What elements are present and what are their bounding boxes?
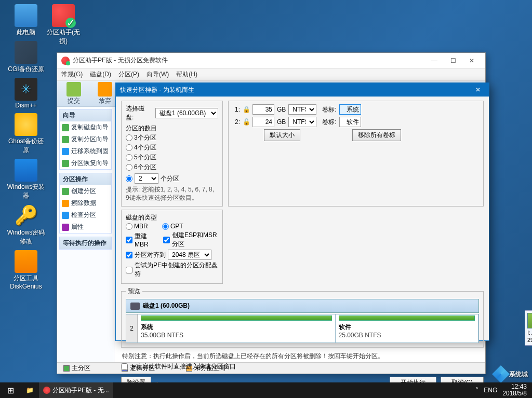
- recover-icon: [62, 160, 69, 167]
- radio-4-partitions[interactable]: 4个分区: [126, 143, 172, 153]
- check-rebuild-mbr[interactable]: 重建MBR: [126, 230, 155, 249]
- desktop-icon-cgi[interactable]: CGI备份还原: [6, 41, 46, 74]
- wizard-migrate-os[interactable]: 迁移系统到固: [60, 145, 111, 157]
- watermark: 系统城: [495, 368, 528, 380]
- legend-main-label: 主分区: [72, 364, 90, 373]
- hint-text: 提示: 您能按1, 2, 3, 4, 5, 6, 7, 8, 9键来快速选择分区…: [126, 186, 218, 202]
- migrate-icon: [62, 148, 69, 155]
- folder-icon: 📁: [26, 387, 34, 394]
- desktop-icon-winpwd[interactable]: 🔑Windows密码修改: [6, 204, 46, 246]
- window-title: 分区助手PE版 - 无损分区免费软件: [73, 56, 425, 65]
- check-next-time[interactable]: 下次启动软件时直接进入快速分区窗口: [121, 362, 484, 372]
- select-disk-dropdown[interactable]: 磁盘1 (60.00GB): [155, 108, 218, 118]
- dism-icon: [15, 78, 37, 101]
- check-create-esp[interactable]: 创建ESP和MSR分区: [163, 230, 218, 249]
- left-panel: 向导 复制磁盘向导 复制分区向导 迁移系统到固 分区恢复向导 分区操作 创建分区…: [57, 107, 114, 362]
- menu-general[interactable]: 常规(G): [61, 70, 83, 79]
- wizard-copy-partition[interactable]: 复制分区向导: [60, 133, 111, 145]
- desktop-icon-wininstall[interactable]: Windows安装器: [6, 159, 46, 200]
- tray-clock[interactable]: 12:43 2018/5/8: [502, 383, 527, 397]
- dialog-titlebar[interactable]: 快速分区神器 - 为装机而生 ✕: [116, 83, 489, 97]
- menu-wizard[interactable]: 向导(W): [147, 70, 169, 79]
- taskbar-app[interactable]: 分区助手PE版 - 无...: [39, 382, 113, 398]
- commit-button[interactable]: 提交: [62, 82, 85, 105]
- op-create[interactable]: 创建分区: [60, 185, 111, 197]
- radio-gpt[interactable]: GPT: [162, 222, 198, 230]
- radio-3-partitions[interactable]: 3个分区: [126, 133, 172, 143]
- pending-panel-head: 等待执行的操作: [60, 237, 111, 249]
- lock-icon: 🔒: [243, 106, 250, 113]
- system-tray: ˄ ENG 12:43 2018/5/8: [470, 383, 532, 397]
- check-icon: [62, 212, 69, 219]
- unlock-icon: 🔓: [243, 118, 250, 126]
- tray-lang[interactable]: ENG: [484, 387, 497, 394]
- dialog-close-button[interactable]: ✕: [471, 84, 485, 95]
- taskbar-explorer[interactable]: 📁: [22, 382, 38, 398]
- default-size-button[interactable]: 默认大小: [264, 129, 300, 141]
- legend-main-swatch: [63, 365, 70, 372]
- partition-1-fs-select[interactable]: NTFS: [288, 104, 316, 115]
- op-wipe[interactable]: 擦除数据: [60, 197, 111, 209]
- preview-disk-header: 磁盘1 (60.00GB): [126, 299, 479, 313]
- desktop-icon-ghost[interactable]: Ghost备份还原: [6, 113, 46, 155]
- tray-up-icon[interactable]: ˄: [475, 387, 478, 394]
- partition-2-size-input[interactable]: [252, 117, 274, 127]
- titlebar[interactable]: 分区助手PE版 - 无损分区免费软件 — ☐ ✕: [57, 53, 485, 68]
- watermark-icon: [492, 365, 510, 383]
- minimize-button[interactable]: —: [425, 55, 444, 66]
- check-try-pe[interactable]: 尝试为PE中创建的分区分配盘符: [126, 260, 218, 279]
- preview-partition-1[interactable]: 系统 35.00GB NTFS: [138, 314, 336, 342]
- radio-mbr[interactable]: MBR: [126, 222, 162, 230]
- taskbar: ⊞ 📁 分区助手PE版 - 无... ˄ ENG 12:43 2018/5/8: [0, 382, 532, 398]
- custom-partition-count-select[interactable]: 2: [135, 173, 158, 184]
- partition-icon: [62, 136, 69, 143]
- create-icon: [62, 188, 69, 195]
- partition-2-fs-select[interactable]: NTFS: [288, 117, 316, 127]
- diskgenius-icon: [15, 250, 37, 273]
- desktop-icon-pc[interactable]: 此电脑: [6, 4, 46, 37]
- discard-button[interactable]: 放弃: [94, 82, 116, 105]
- partition-1-size-input[interactable]: [252, 104, 274, 115]
- radio-5-partitions[interactable]: 5个分区: [126, 153, 172, 162]
- partition-2-label-input[interactable]: [339, 117, 361, 127]
- menu-disk[interactable]: 磁盘(D): [90, 70, 111, 79]
- desktop-icon-dism[interactable]: Dism++: [6, 78, 46, 109]
- remove-labels-button[interactable]: 移除所有卷标: [352, 129, 401, 141]
- close-button[interactable]: ✕: [462, 55, 481, 66]
- app-icon: [61, 57, 70, 65]
- check-align[interactable]: [126, 252, 132, 258]
- partition-count-label: 分区的数目: [126, 124, 218, 133]
- partition-rows-fieldset: 1: 🔒 GB NTFS 卷标: 2: 🔓 GB NTFS 卷标:: [228, 101, 484, 207]
- key-icon: 🔑: [15, 204, 37, 227]
- wipe-icon: [62, 200, 69, 207]
- wizard-recover[interactable]: 分区恢复向导: [60, 157, 111, 169]
- desktop-icon-diskgenius[interactable]: 分区工具DiskGenius: [6, 250, 46, 290]
- disk-strip-small[interactable]: I:... 29...: [525, 310, 532, 346]
- partition-assistant-icon: [52, 4, 75, 27]
- disk-icon: [130, 303, 140, 310]
- start-button[interactable]: ⊞: [0, 382, 21, 398]
- ghost-icon: [15, 113, 37, 136]
- op-check[interactable]: 检查分区: [60, 209, 111, 221]
- partition-row-1: 1: 🔒 GB NTFS 卷标:: [233, 104, 479, 115]
- partition-row-2: 2: 🔓 GB NTFS 卷标:: [233, 117, 479, 127]
- maximize-button[interactable]: ☐: [444, 55, 462, 66]
- menu-partition[interactable]: 分区(P): [118, 70, 139, 79]
- align-sector-select[interactable]: 2048 扇区: [168, 250, 211, 260]
- props-icon: [62, 224, 69, 231]
- discard-icon: [98, 82, 112, 97]
- ops-panel-head: 分区操作: [60, 173, 111, 185]
- preview-partition-2[interactable]: 软件 25.00GB NTFS: [336, 314, 479, 342]
- windows-installer-icon: [15, 159, 37, 182]
- op-props[interactable]: 属性: [60, 221, 111, 233]
- menu-help[interactable]: 帮助(H): [176, 70, 197, 79]
- disk-icon: [62, 124, 69, 131]
- radio-custom-partitions[interactable]: [126, 175, 132, 182]
- custom-suffix: 个分区: [161, 174, 179, 183]
- wizard-copy-disk[interactable]: 复制磁盘向导: [60, 121, 111, 133]
- menubar: 常规(G) 磁盘(D) 分区(P) 向导(W) 帮助(H): [57, 68, 485, 81]
- select-disk-label: 选择磁盘:: [126, 104, 152, 122]
- radio-6-partitions[interactable]: 6个分区: [126, 162, 172, 172]
- desktop-icon-partition-assistant[interactable]: 分区助手(无损): [44, 4, 83, 46]
- partition-1-label-input[interactable]: [339, 104, 361, 115]
